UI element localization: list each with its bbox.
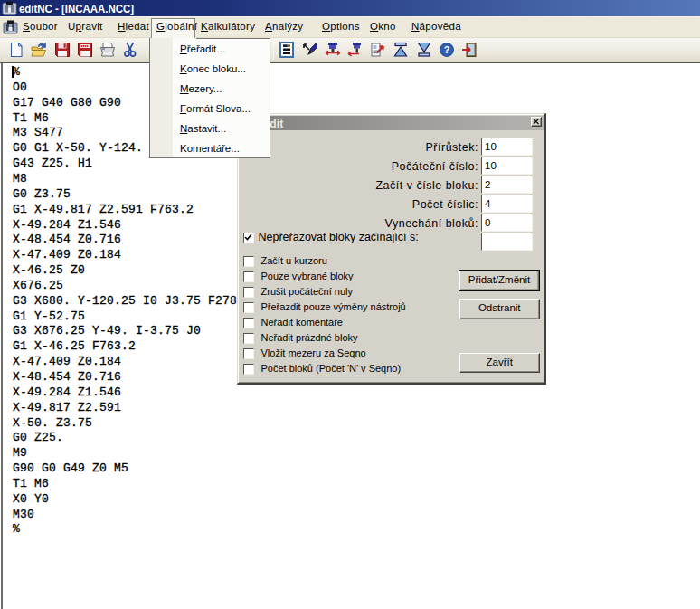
svg-text:?: ? [444,44,450,55]
